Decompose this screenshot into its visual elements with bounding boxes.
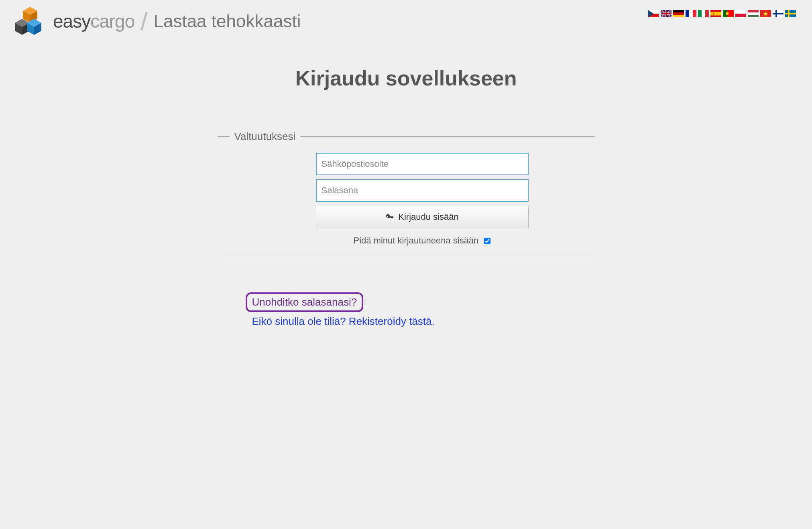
login-button[interactable]: Kirjaudu sisään: [316, 206, 529, 228]
flag-french[interactable]: [686, 10, 696, 17]
logo-text: easycargo: [53, 10, 134, 32]
svg-rect-24: [713, 13, 714, 14]
svg-rect-19: [698, 10, 702, 17]
svg-rect-23: [710, 12, 721, 16]
credentials-label: Valtuutuksesi: [234, 130, 296, 143]
page-title: Kirjaudu sovellukseen: [0, 66, 812, 90]
svg-rect-30: [748, 10, 759, 12]
links-area: Unohditko salasanasi? Eikö sinulla ole t…: [246, 292, 595, 328]
flag-italian[interactable]: [698, 10, 709, 17]
slash-separator: /: [140, 7, 147, 35]
flag-polish[interactable]: [735, 10, 746, 17]
svg-rect-37: [773, 13, 784, 14]
tagline: Lastaa tehokkaasti: [153, 11, 301, 31]
flag-german[interactable]: [673, 10, 684, 17]
svg-rect-16: [686, 10, 689, 17]
svg-rect-28: [735, 10, 746, 14]
svg-rect-14: [673, 12, 684, 15]
flag-czech[interactable]: [648, 10, 659, 17]
svg-rect-29: [735, 14, 746, 17]
svg-rect-20: [702, 10, 705, 17]
key-icon: [385, 213, 394, 221]
divider-line: [218, 256, 595, 256]
logo-icon: [12, 6, 48, 36]
email-input[interactable]: [316, 153, 529, 175]
credentials-header-row: Valtuutuksesi: [218, 130, 595, 143]
logo: easycargo: [12, 6, 134, 36]
divider-line: [218, 136, 230, 137]
svg-rect-40: [785, 13, 796, 14]
forgot-password-link[interactable]: Unohditko salasanasi?: [246, 292, 364, 312]
login-button-label: Kirjaudu sisään: [398, 212, 458, 222]
divider-line: [300, 136, 594, 137]
svg-point-27: [726, 12, 729, 15]
svg-rect-32: [748, 15, 759, 17]
svg-rect-21: [705, 10, 709, 17]
login-form: Valtuutuksesi Kirjaudu sisään Pidä minut…: [206, 130, 607, 328]
svg-rect-31: [748, 12, 759, 15]
flag-finnish[interactable]: [773, 10, 784, 17]
svg-rect-18: [693, 10, 696, 17]
keep-logged-checkbox[interactable]: [484, 238, 490, 244]
keep-logged-row: Pidä minut kirjautuneena sisään: [316, 235, 529, 246]
svg-rect-17: [689, 10, 693, 17]
flag-english[interactable]: [661, 10, 672, 17]
flag-hungarian[interactable]: [748, 10, 759, 17]
password-input[interactable]: [316, 179, 529, 202]
flag-spanish[interactable]: [710, 10, 721, 17]
input-area: Kirjaudu sisään Pidä minut kirjautuneena…: [316, 153, 529, 246]
svg-rect-13: [673, 10, 684, 12]
header: easycargo / Lastaa tehokkaasti: [0, 0, 812, 42]
brand-cargo: cargo: [90, 11, 134, 32]
flag-portuguese[interactable]: [723, 10, 734, 17]
svg-rect-15: [673, 15, 684, 17]
flag-swedish[interactable]: [785, 10, 796, 17]
flag-vietnamese[interactable]: [760, 10, 771, 17]
brand-easy: easy: [53, 11, 90, 32]
keep-logged-label: Pidä minut kirjautuneena sisään: [354, 235, 479, 245]
language-flags: [648, 10, 796, 17]
register-link[interactable]: Eikö sinulla ole tiliä? Rekisteröidy täs…: [252, 315, 595, 328]
